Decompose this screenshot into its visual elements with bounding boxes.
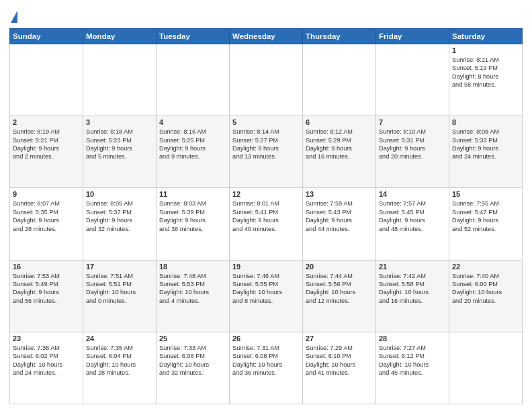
day-number: 9	[13, 190, 80, 198]
day-number: 11	[159, 190, 226, 198]
day-info: Sunrise: 8:21 AM Sunset: 5:19 PM Dayligh…	[452, 56, 519, 89]
calendar-cell: 28Sunrise: 7:27 AM Sunset: 6:12 PM Dayli…	[376, 332, 449, 404]
day-info: Sunrise: 7:48 AM Sunset: 5:53 PM Dayligh…	[159, 272, 226, 306]
header	[9, 8, 523, 24]
day-number: 17	[86, 263, 153, 271]
calendar-cell	[376, 44, 449, 116]
calendar-week-1: 2Sunrise: 8:19 AM Sunset: 5:21 PM Daylig…	[10, 116, 523, 188]
day-info: Sunrise: 8:18 AM Sunset: 5:23 PM Dayligh…	[86, 128, 153, 161]
day-info: Sunrise: 7:29 AM Sunset: 6:10 PM Dayligh…	[306, 344, 373, 377]
day-number: 15	[452, 190, 519, 198]
day-info: Sunrise: 7:51 AM Sunset: 5:51 PM Dayligh…	[86, 272, 153, 306]
calendar-cell: 24Sunrise: 7:35 AM Sunset: 6:04 PM Dayli…	[83, 332, 157, 404]
day-info: Sunrise: 7:33 AM Sunset: 6:06 PM Dayligh…	[159, 344, 226, 377]
day-number: 23	[13, 334, 80, 342]
calendar-cell: 20Sunrise: 7:44 AM Sunset: 5:56 PM Dayli…	[303, 260, 376, 332]
day-info: Sunrise: 7:31 AM Sunset: 6:08 PM Dayligh…	[232, 344, 300, 377]
day-header-tuesday: Tuesday	[157, 29, 230, 44]
logo	[9, 11, 17, 24]
calendar-cell: 5Sunrise: 8:14 AM Sunset: 5:27 PM Daylig…	[230, 116, 303, 188]
calendar-cell: 2Sunrise: 8:19 AM Sunset: 5:21 PM Daylig…	[10, 116, 83, 188]
calendar-cell	[157, 44, 230, 116]
calendar-cell: 4Sunrise: 8:16 AM Sunset: 5:25 PM Daylig…	[157, 116, 230, 188]
day-number: 2	[13, 118, 80, 126]
day-info: Sunrise: 7:59 AM Sunset: 5:43 PM Dayligh…	[306, 199, 373, 233]
day-info: Sunrise: 8:14 AM Sunset: 5:27 PM Dayligh…	[232, 128, 300, 161]
day-header-friday: Friday	[376, 29, 449, 44]
calendar-week-4: 23Sunrise: 7:38 AM Sunset: 6:02 PM Dayli…	[10, 332, 523, 404]
day-info: Sunrise: 7:53 AM Sunset: 5:49 PM Dayligh…	[13, 272, 80, 306]
day-info: Sunrise: 7:27 AM Sunset: 6:12 PM Dayligh…	[379, 344, 446, 377]
day-number: 8	[452, 118, 519, 126]
day-number: 4	[159, 118, 226, 126]
calendar-cell: 17Sunrise: 7:51 AM Sunset: 5:51 PM Dayli…	[83, 260, 157, 332]
day-number: 28	[379, 334, 446, 342]
day-info: Sunrise: 7:38 AM Sunset: 6:02 PM Dayligh…	[13, 344, 80, 377]
day-number: 18	[159, 263, 226, 271]
calendar-cell: 26Sunrise: 7:31 AM Sunset: 6:08 PM Dayli…	[230, 332, 303, 404]
calendar-week-3: 16Sunrise: 7:53 AM Sunset: 5:49 PM Dayli…	[10, 260, 523, 332]
day-info: Sunrise: 8:19 AM Sunset: 5:21 PM Dayligh…	[13, 128, 80, 161]
day-info: Sunrise: 8:16 AM Sunset: 5:25 PM Dayligh…	[159, 128, 226, 161]
day-info: Sunrise: 7:44 AM Sunset: 5:56 PM Dayligh…	[306, 272, 373, 306]
day-number: 1	[452, 46, 519, 54]
day-info: Sunrise: 8:07 AM Sunset: 5:35 PM Dayligh…	[13, 199, 80, 233]
calendar-header-row: SundayMondayTuesdayWednesdayThursdayFrid…	[10, 29, 523, 44]
calendar-week-0: 1Sunrise: 8:21 AM Sunset: 5:19 PM Daylig…	[10, 44, 523, 116]
day-number: 20	[306, 263, 373, 271]
calendar-cell: 1Sunrise: 8:21 AM Sunset: 5:19 PM Daylig…	[449, 44, 523, 116]
calendar-cell: 11Sunrise: 8:03 AM Sunset: 5:39 PM Dayli…	[157, 188, 230, 260]
day-header-monday: Monday	[83, 29, 157, 44]
day-number: 5	[232, 118, 300, 126]
calendar-week-2: 9Sunrise: 8:07 AM Sunset: 5:35 PM Daylig…	[10, 188, 523, 260]
calendar-cell: 23Sunrise: 7:38 AM Sunset: 6:02 PM Dayli…	[10, 332, 83, 404]
day-header-sunday: Sunday	[10, 29, 83, 44]
calendar-cell: 22Sunrise: 7:40 AM Sunset: 6:00 PM Dayli…	[449, 260, 523, 332]
calendar-cell	[83, 44, 157, 116]
day-info: Sunrise: 8:12 AM Sunset: 5:29 PM Dayligh…	[306, 128, 373, 161]
calendar-cell: 7Sunrise: 8:10 AM Sunset: 5:31 PM Daylig…	[376, 116, 449, 188]
day-number: 14	[379, 190, 446, 198]
calendar-cell: 18Sunrise: 7:48 AM Sunset: 5:53 PM Dayli…	[157, 260, 230, 332]
calendar-cell: 16Sunrise: 7:53 AM Sunset: 5:49 PM Dayli…	[10, 260, 83, 332]
day-number: 24	[86, 334, 153, 342]
day-number: 7	[379, 118, 446, 126]
day-number: 3	[86, 118, 153, 126]
day-info: Sunrise: 7:40 AM Sunset: 6:00 PM Dayligh…	[452, 272, 519, 306]
day-header-wednesday: Wednesday	[230, 29, 303, 44]
day-info: Sunrise: 7:57 AM Sunset: 5:45 PM Dayligh…	[379, 199, 446, 233]
day-number: 19	[232, 263, 300, 271]
calendar-cell: 9Sunrise: 8:07 AM Sunset: 5:35 PM Daylig…	[10, 188, 83, 260]
calendar-cell	[230, 44, 303, 116]
day-info: Sunrise: 7:46 AM Sunset: 5:55 PM Dayligh…	[232, 272, 300, 306]
day-info: Sunrise: 8:03 AM Sunset: 5:39 PM Dayligh…	[159, 199, 226, 233]
page: SundayMondayTuesdayWednesdayThursdayFrid…	[0, 0, 532, 411]
day-number: 12	[232, 190, 300, 198]
calendar-cell: 8Sunrise: 8:08 AM Sunset: 5:33 PM Daylig…	[449, 116, 523, 188]
day-info: Sunrise: 7:42 AM Sunset: 5:58 PM Dayligh…	[379, 272, 446, 306]
day-info: Sunrise: 7:55 AM Sunset: 5:47 PM Dayligh…	[452, 199, 519, 233]
calendar-cell: 25Sunrise: 7:33 AM Sunset: 6:06 PM Dayli…	[157, 332, 230, 404]
day-number: 10	[86, 190, 153, 198]
day-number: 21	[379, 263, 446, 271]
calendar-cell: 27Sunrise: 7:29 AM Sunset: 6:10 PM Dayli…	[303, 332, 376, 404]
calendar-cell	[303, 44, 376, 116]
calendar-cell: 10Sunrise: 8:05 AM Sunset: 5:37 PM Dayli…	[83, 188, 157, 260]
calendar-cell: 21Sunrise: 7:42 AM Sunset: 5:58 PM Dayli…	[376, 260, 449, 332]
day-info: Sunrise: 8:05 AM Sunset: 5:37 PM Dayligh…	[86, 199, 153, 233]
logo-triangle-icon	[11, 11, 17, 23]
calendar-cell	[10, 44, 83, 116]
calendar-cell: 14Sunrise: 7:57 AM Sunset: 5:45 PM Dayli…	[376, 188, 449, 260]
day-number: 22	[452, 263, 519, 271]
day-number: 16	[13, 263, 80, 271]
calendar-cell: 12Sunrise: 8:01 AM Sunset: 5:41 PM Dayli…	[230, 188, 303, 260]
calendar-cell: 13Sunrise: 7:59 AM Sunset: 5:43 PM Dayli…	[303, 188, 376, 260]
day-number: 27	[306, 334, 373, 342]
day-header-thursday: Thursday	[303, 29, 376, 44]
calendar-cell: 3Sunrise: 8:18 AM Sunset: 5:23 PM Daylig…	[83, 116, 157, 188]
calendar-cell: 15Sunrise: 7:55 AM Sunset: 5:47 PM Dayli…	[449, 188, 523, 260]
calendar-cell	[449, 332, 523, 404]
calendar-table: SundayMondayTuesdayWednesdayThursdayFrid…	[9, 28, 523, 404]
day-number: 13	[306, 190, 373, 198]
day-number: 26	[232, 334, 300, 342]
